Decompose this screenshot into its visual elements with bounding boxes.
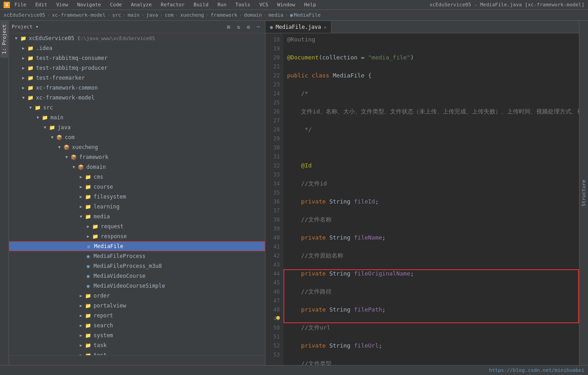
arrow-icon: ▶ <box>77 342 85 349</box>
breadcrumb-item[interactable]: xcEduService05 <box>4 12 45 18</box>
folder-icon: 📁 <box>27 54 34 62</box>
arrow-icon: ▼ <box>70 163 77 171</box>
close-icon[interactable]: ✕ <box>324 25 327 30</box>
menu-vcs[interactable]: VCS <box>257 1 270 9</box>
tree-item-report[interactable]: ▶ 📁 report <box>9 311 265 321</box>
tree-item-mediafileprocess[interactable]: ● MediaFileProcess <box>9 251 265 261</box>
breadcrumb-item[interactable]: java <box>146 12 158 18</box>
tab-mediafile[interactable]: ● MediaFile.java ✕ <box>265 21 332 33</box>
tree-item-course[interactable]: ▶ 📁 course <box>9 182 265 192</box>
tree-label: framework <box>79 154 108 160</box>
tree-label: .idea <box>36 45 52 51</box>
tree-item-idea[interactable]: ▶ 📁 .idea <box>9 43 265 53</box>
code-content[interactable]: @Routing @Document(collection = "media_f… <box>283 33 579 365</box>
arrow-icon: ▶ <box>77 302 85 309</box>
class-icon: ● <box>85 282 92 289</box>
title-bar: U File Edit View Navigate Code Analyze R… <box>0 0 588 10</box>
tree-label: src <box>43 104 53 111</box>
breadcrumb-item[interactable]: xc-framework-model <box>52 12 105 18</box>
tree-item-response[interactable]: ▶ 📁 response <box>9 231 265 241</box>
tree-item-task[interactable]: ▶ 📁 task <box>9 340 265 350</box>
tree-label: test <box>94 352 107 355</box>
tree-label: MediaVideoCourseSimple <box>94 283 165 289</box>
folder-icon: 📁 <box>34 104 41 111</box>
breadcrumb-item[interactable]: com <box>165 12 174 18</box>
breadcrumb-item[interactable]: src <box>112 12 121 18</box>
menu-navigate[interactable]: Navigate <box>76 1 103 9</box>
tree-item-portalview[interactable]: ▶ 📁 portalview <box>9 301 265 311</box>
code-area[interactable]: 18 19 20 21 22 23 24 25 26 27 28 29 30 3… <box>265 33 579 365</box>
menu-tools[interactable]: Tools <box>233 1 252 9</box>
sync-icon[interactable]: ⇅ <box>234 23 242 31</box>
folder-icon: 📁 <box>85 213 92 220</box>
menu-bar[interactable]: File Edit View Navigate Code Analyze Ref… <box>13 1 318 9</box>
menu-window[interactable]: Window <box>275 1 297 9</box>
tree-item-order[interactable]: ▶ 📁 order <box>9 291 265 301</box>
tree-item-main[interactable]: ▼ 📁 main <box>9 113 265 122</box>
tree-item-test2[interactable]: ▶ 📁 test <box>9 350 265 355</box>
breadcrumb-bar: xcEduService05 › xc-framework-model › sr… <box>0 10 588 21</box>
folder-icon: 📁 <box>27 84 34 91</box>
tree-item-src[interactable]: ▼ 📁 src <box>9 103 265 113</box>
tree-item-java[interactable]: ▼ 📁 java <box>9 122 265 132</box>
arrow-icon: ▶ <box>77 312 85 319</box>
breadcrumb-item-mediafile[interactable]: MediaFile <box>294 12 321 18</box>
tree-label: xuecheng <box>72 144 98 150</box>
breadcrumb-item[interactable]: xuecheng <box>180 12 204 18</box>
tree-item-request[interactable]: ▶ 📁 request <box>9 221 265 231</box>
tree-label: MediaFile <box>94 243 123 249</box>
tree-label: task <box>94 342 107 348</box>
breadcrumb-item[interactable]: media <box>269 12 283 18</box>
tree-item-filesystem[interactable]: ▶ 📁 filesystem <box>9 192 265 202</box>
tree-item-rabbitmq-producer[interactable]: ▶ 📁 test-rabbitmq-producer <box>9 63 265 73</box>
folder-icon: 📁 <box>85 332 92 339</box>
tree-item-system[interactable]: ▶ 📁 system <box>9 330 265 340</box>
tree-item-com[interactable]: ▼ 📦 com <box>9 132 265 142</box>
breadcrumb-item[interactable]: domain <box>244 12 262 18</box>
menu-analyze[interactable]: Analyze <box>129 1 153 9</box>
tree-item-media[interactable]: ▼ 📁 media <box>9 212 265 221</box>
menu-help[interactable]: Help <box>302 1 318 9</box>
folder-icon: 📁 <box>27 64 34 72</box>
left-panel-tabs: 1: Project <box>0 21 9 365</box>
project-panel-tab[interactable]: 1: Project <box>0 21 8 58</box>
structure-tab[interactable]: Structure <box>579 21 588 365</box>
tree-item-xuecheng[interactable]: ▼ 📦 xuecheng <box>9 142 265 152</box>
tree-label: xc-framework-common <box>36 85 98 91</box>
tab-label: MediaFile.java <box>276 24 321 30</box>
settings-icon[interactable]: ⚙ <box>244 23 252 31</box>
tree-item-framework[interactable]: ▼ 📦 framework <box>9 152 265 162</box>
tree-item-learning[interactable]: ▶ 📁 learning <box>9 202 265 212</box>
folder-icon: 📁 <box>85 203 92 210</box>
tree-item-root[interactable]: ▼ 📁 xcEduService05 E:\java_www\xcEduServ… <box>9 33 265 43</box>
menu-code[interactable]: Code <box>108 1 124 9</box>
breadcrumb-item[interactable]: main <box>128 12 140 18</box>
menu-file[interactable]: File <box>13 1 28 9</box>
tree-item-cms[interactable]: ▶ 📁 cms <box>9 172 265 182</box>
tree-item-mediafile[interactable]: ● MediaFile <box>9 241 265 251</box>
tree-item-rabbitmq-consumer[interactable]: ▶ 📁 test-rabbitmq-consumer <box>9 53 265 63</box>
tree-item-freemarker[interactable]: ▶ 📁 test-freemarker <box>9 73 265 83</box>
menu-view[interactable]: View <box>54 1 70 9</box>
layout-icon[interactable]: ⊞ <box>224 23 233 31</box>
menu-refactor[interactable]: Refactor <box>159 1 186 9</box>
arrow-icon: ▶ <box>85 223 92 230</box>
menu-run[interactable]: Run <box>215 1 228 9</box>
tree-item-search[interactable]: ▶ 📁 search <box>9 321 265 330</box>
minimize-icon[interactable]: ─ <box>254 23 262 31</box>
arrow-icon: ▶ <box>20 54 27 62</box>
tree-label: test-rabbitmq-producer <box>36 65 108 71</box>
tree-label: course <box>94 184 113 190</box>
menu-edit[interactable]: Edit <box>34 1 49 9</box>
folder-icon: 📁 <box>41 114 49 121</box>
tree-item-mediavideosimple[interactable]: ● MediaVideoCourseSimple <box>9 281 265 291</box>
tree-item-mediafileprocess-m3u8[interactable]: ● MediaFileProcess_m3u8 <box>9 261 265 271</box>
folder-icon: 📁 <box>85 302 92 309</box>
menu-build[interactable]: Build <box>192 1 210 9</box>
arrow-icon: ▼ <box>20 94 27 101</box>
breadcrumb-item[interactable]: framework <box>211 12 238 18</box>
tree-item-framework-model[interactable]: ▼ 📁 xc-framework-model <box>9 93 265 103</box>
tree-item-domain[interactable]: ▼ 📦 domain <box>9 162 265 172</box>
tree-item-framework-common[interactable]: ▶ 📁 xc-framework-common <box>9 83 265 93</box>
tree-item-mediavideocourse[interactable]: ● MediaVideoCourse <box>9 271 265 281</box>
